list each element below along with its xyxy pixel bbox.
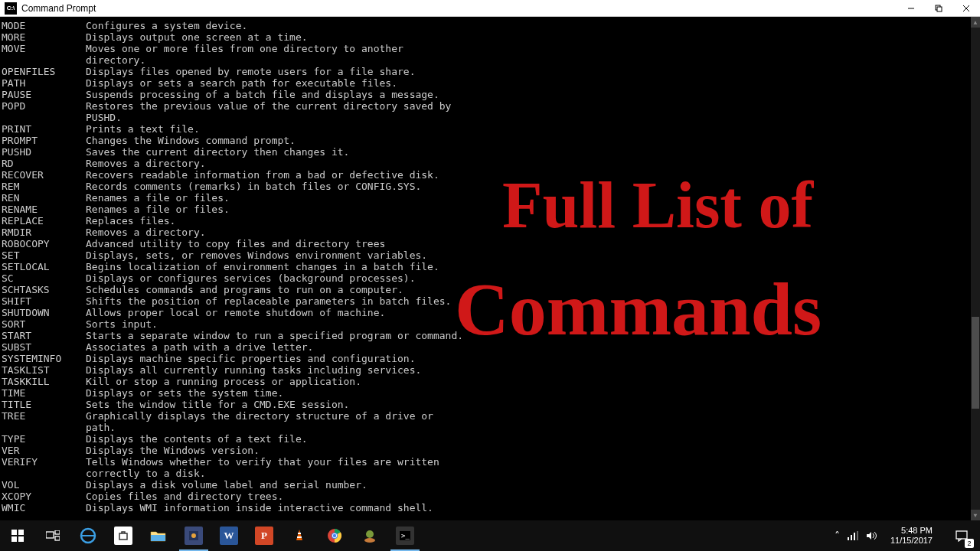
command-description: Displays a disk volume label and serial … bbox=[86, 479, 969, 491]
clock-date: 11/15/2017 bbox=[890, 536, 933, 546]
svg-rect-6 bbox=[18, 530, 24, 535]
command-row: TITLESets the window title for a CMD.EXE… bbox=[2, 399, 969, 410]
command-name: TIME bbox=[2, 387, 86, 399]
tray-chevron-up-icon[interactable]: ˄ bbox=[835, 530, 840, 542]
command-row: PATHDisplays or sets a search path for e… bbox=[2, 77, 969, 89]
tray-network-icon[interactable] bbox=[848, 531, 858, 540]
command-name: RMDIR bbox=[2, 227, 86, 238]
taskbar-app-misc[interactable] bbox=[352, 520, 387, 551]
command-name: REM bbox=[2, 181, 86, 192]
command-row: PUSHDSaves the current directory then ch… bbox=[2, 146, 969, 158]
maximize-icon bbox=[935, 5, 942, 12]
start-button[interactable] bbox=[0, 520, 35, 551]
command-row: correctly to a disk. bbox=[2, 468, 969, 479]
command-row: TASKKILLKill or stop a running process o… bbox=[2, 376, 969, 387]
command-name bbox=[2, 468, 86, 479]
svg-rect-11 bbox=[55, 536, 60, 540]
scroll-track[interactable] bbox=[971, 28, 980, 510]
overlay-heading-line2: Commands bbox=[455, 272, 822, 347]
chrome-icon bbox=[327, 528, 342, 543]
svg-rect-30 bbox=[857, 531, 858, 540]
command-name: SC bbox=[2, 272, 86, 284]
command-description: Displays WMI information inside interact… bbox=[86, 502, 969, 514]
command-name: TITLE bbox=[2, 399, 86, 410]
overlay-heading-line1: Full List of bbox=[502, 172, 813, 238]
command-name: PUSHD bbox=[2, 146, 86, 158]
minimize-icon bbox=[907, 5, 915, 12]
command-row: TREEGraphically displays the directory s… bbox=[2, 410, 969, 422]
svg-text:>_: >_ bbox=[401, 532, 410, 540]
command-row: MOREDisplays output one screen at a time… bbox=[2, 31, 969, 43]
scroll-down-arrow[interactable]: ▼ bbox=[971, 510, 980, 520]
command-name: MOVE bbox=[2, 43, 86, 54]
system-tray[interactable]: ˄ 5:48 PM 11/15/2017 2 bbox=[831, 520, 980, 551]
command-row: OPENFILESDisplays files opened by remote… bbox=[2, 66, 969, 77]
command-description: correctly to a disk. bbox=[86, 468, 969, 479]
taskbar-app-editor[interactable] bbox=[176, 520, 211, 551]
command-row: SETDisplays, sets, or removes Windows en… bbox=[2, 249, 969, 261]
command-row: ROBOCOPYAdvanced utility to copy files a… bbox=[2, 238, 969, 249]
taskbar[interactable]: W P >_ ˄ 5:48 PM 11/15/2017 2 bbox=[0, 520, 980, 551]
minimize-button[interactable] bbox=[897, 0, 925, 17]
scroll-up-arrow[interactable]: ▲ bbox=[971, 17, 980, 28]
command-description: Displays the contents of a text file. bbox=[86, 433, 969, 445]
tray-volume-icon[interactable] bbox=[866, 531, 877, 540]
command-name: TREE bbox=[2, 410, 86, 422]
command-row: VERIFYTells Windows whether to verify th… bbox=[2, 456, 969, 468]
window-titlebar[interactable]: C:\ Command Prompt bbox=[0, 0, 980, 17]
command-description: directory. bbox=[86, 54, 969, 66]
taskbar-app-edge[interactable] bbox=[70, 520, 106, 551]
edge-icon bbox=[80, 527, 96, 544]
command-description: Displays all currently running tasks inc… bbox=[86, 364, 969, 376]
command-row: path. bbox=[2, 422, 969, 433]
svg-point-23 bbox=[366, 530, 374, 538]
command-description: Displays files opened by remote users fo… bbox=[86, 66, 969, 77]
command-description: PUSHD. bbox=[86, 112, 969, 123]
svg-rect-17 bbox=[298, 533, 301, 534]
command-row: TYPEDisplays the contents of a text file… bbox=[2, 433, 969, 445]
vertical-scrollbar[interactable]: ▲ ▼ bbox=[971, 17, 980, 520]
taskbar-clock[interactable]: 5:48 PM 11/15/2017 bbox=[884, 526, 939, 546]
command-row: RENRenames a file or files. bbox=[2, 192, 969, 204]
taskbar-app-vlc[interactable] bbox=[282, 520, 317, 551]
taskbar-app-chrome[interactable] bbox=[317, 520, 352, 551]
command-description: Changes the Windows command prompt. bbox=[86, 135, 969, 146]
powerpoint-icon: P bbox=[255, 527, 273, 545]
svg-rect-28 bbox=[851, 535, 852, 540]
scroll-thumb[interactable] bbox=[972, 317, 979, 409]
windows-icon bbox=[11, 530, 24, 542]
command-name: RENAME bbox=[2, 204, 86, 215]
command-row: TIMEDisplays or sets the system time. bbox=[2, 387, 969, 399]
taskbar-app-file-explorer[interactable] bbox=[141, 520, 176, 551]
command-name: PRINT bbox=[2, 123, 86, 135]
svg-rect-10 bbox=[55, 530, 60, 534]
notification-center-button[interactable]: 2 bbox=[946, 520, 977, 551]
command-name: SET bbox=[2, 249, 86, 261]
command-name: TASKLIST bbox=[2, 364, 86, 376]
command-description: Displays or sets a search path for execu… bbox=[86, 77, 969, 89]
command-row: MOVEMoves one or more files from one dir… bbox=[2, 43, 969, 54]
svg-rect-27 bbox=[848, 537, 849, 540]
command-name: OPENFILES bbox=[2, 66, 86, 77]
taskbar-app-powerpoint[interactable]: P bbox=[247, 520, 282, 551]
command-name: TASKKILL bbox=[2, 376, 86, 387]
taskbar-app-word[interactable]: W bbox=[211, 520, 247, 551]
command-description: Displays the Windows version. bbox=[86, 445, 969, 456]
svg-point-24 bbox=[364, 538, 375, 543]
close-button[interactable] bbox=[952, 0, 980, 17]
command-name: START bbox=[2, 330, 86, 341]
task-view-button[interactable] bbox=[35, 520, 70, 551]
taskbar-app-store[interactable] bbox=[106, 520, 141, 551]
maximize-button[interactable] bbox=[925, 0, 952, 17]
editor-icon bbox=[185, 527, 203, 545]
command-name: SUBST bbox=[2, 341, 86, 353]
svg-rect-13 bbox=[119, 533, 127, 540]
command-name: PATH bbox=[2, 77, 86, 89]
command-name: VOL bbox=[2, 479, 86, 491]
command-name: ROBOCOPY bbox=[2, 238, 86, 249]
command-description: Configures a system device. bbox=[86, 20, 969, 31]
svg-rect-2 bbox=[937, 7, 942, 11]
command-row: REMRecords comments (remarks) in batch f… bbox=[2, 181, 969, 192]
taskbar-app-cmd[interactable]: >_ bbox=[387, 520, 423, 551]
folder-icon bbox=[149, 527, 168, 545]
